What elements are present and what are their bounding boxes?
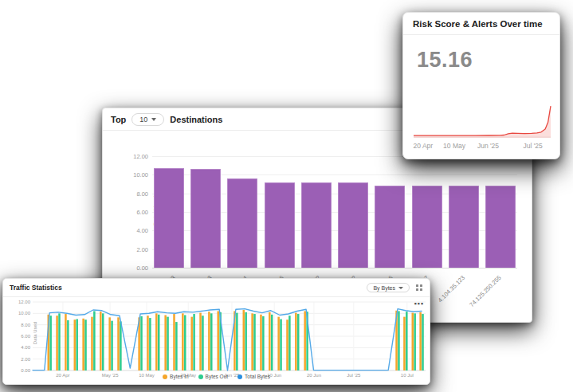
y-tick-label: 0.00 (21, 368, 30, 373)
destination-bar[interactable] (412, 186, 442, 268)
y-tick-label: 6.00 (21, 334, 30, 339)
destination-bar[interactable] (301, 182, 332, 268)
destination-bar[interactable] (265, 182, 295, 268)
legend-label: Total Bytes (245, 374, 270, 379)
traffic-chart: Data Used ▪▪▪ 20 AprMay '2510 May20 MayJ… (33, 302, 426, 370)
more-options-icon[interactable]: ▪▪▪ (414, 300, 424, 307)
top-label: Top (111, 115, 126, 124)
y-tick-label: 0.00 (136, 265, 148, 272)
risk-title: Risk Score & Alerts Over time (413, 19, 550, 29)
y-tick-label: 4.00 (21, 345, 30, 350)
gridline (152, 268, 517, 269)
destination-x-label: 74.125.250.255 (468, 274, 502, 308)
legend-dot (163, 374, 167, 379)
risk-x-ticks: 20 Apr10 MayJun '25Jul '25 (414, 142, 549, 151)
destination-bar[interactable] (338, 182, 368, 268)
traffic-statistics-card: Traffic Statistics By Bytes Data Used ▪▪… (2, 278, 430, 385)
risk-x-tick: Jun '25 (477, 142, 499, 150)
by-bytes-dropdown[interactable]: By Bytes (367, 283, 410, 292)
destination-x-label: 4.104.35.123 (437, 274, 466, 304)
y-tick-label: 12.00 (18, 300, 30, 304)
y-tick-label: 6.00 (136, 209, 148, 216)
risk-score-value: 15.16 (417, 48, 559, 73)
y-tick-label: 12.00 (133, 153, 148, 160)
y-tick-label: 10.00 (18, 311, 30, 316)
risk-x-tick: Jul '25 (523, 142, 542, 150)
y-tick-label: 2.00 (21, 357, 30, 362)
legend-dot (237, 374, 242, 379)
traffic-y-axis-label: Data Used (33, 289, 37, 377)
legend-item[interactable]: Bytes In (163, 374, 188, 379)
legend-dot (198, 374, 203, 379)
risk-card-header: Risk Score & Alerts Over time (403, 13, 559, 35)
destination-bar[interactable] (449, 186, 479, 268)
legend-item[interactable]: Total Bytes (237, 374, 270, 379)
destination-bar[interactable] (227, 178, 257, 268)
destination-bar[interactable] (190, 169, 221, 268)
y-tick-label: 8.00 (21, 323, 30, 327)
destinations-title: Destinations (170, 115, 222, 124)
top-count-value: 10 (139, 116, 147, 123)
risk-score-card: Risk Score & Alerts Over time 15.16 20 A… (402, 12, 560, 159)
destination-bar[interactable] (485, 186, 516, 268)
expand-icon[interactable] (415, 284, 423, 292)
traffic-legend: Bytes InBytes OutTotal Bytes (3, 374, 430, 379)
destinations-bars (154, 156, 516, 268)
risk-sparkline (414, 103, 549, 138)
risk-x-tick: 20 Apr (414, 142, 434, 150)
destination-bar[interactable] (154, 168, 184, 268)
destination-bar[interactable] (375, 186, 405, 268)
y-tick-label: 4.00 (136, 227, 148, 234)
top-count-dropdown[interactable]: 10 (131, 113, 164, 126)
y-tick-label: 10.00 (133, 171, 148, 178)
chevron-down-icon (151, 118, 156, 121)
traffic-chart-svg (33, 302, 426, 370)
y-tick-label: 2.00 (136, 245, 148, 253)
legend-label: Bytes Out (206, 374, 229, 379)
by-bytes-label: By Bytes (373, 285, 395, 291)
risk-x-tick: 10 May (443, 142, 465, 150)
destinations-bar-chart: Data Used 12.0010.008.006.004.002.000.00… (152, 156, 517, 268)
risk-sparkline-svg (414, 103, 551, 138)
chevron-down-icon (398, 287, 403, 289)
legend-label: Bytes In (170, 374, 188, 379)
legend-item[interactable]: Bytes Out (198, 374, 229, 379)
traffic-card-header: Traffic Statistics By Bytes (3, 279, 430, 297)
y-tick-label: 8.00 (136, 190, 148, 197)
